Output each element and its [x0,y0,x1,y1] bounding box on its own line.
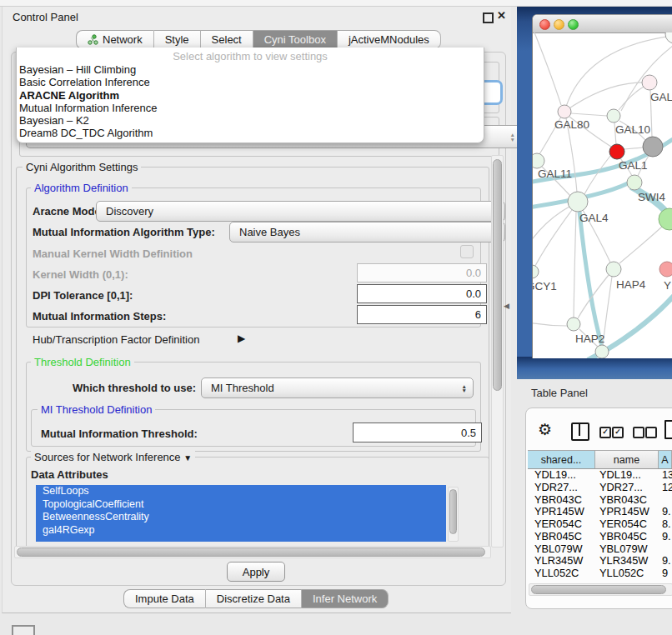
network-node[interactable] [643,137,663,157]
attribute-item[interactable]: SelfLoops [36,485,446,498]
network-node[interactable] [627,175,642,190]
attributes-scrollbar[interactable] [448,487,459,542]
algorithm-option[interactable]: Mutual Information Inference [19,102,157,114]
network-edge [624,148,644,149]
tab-select[interactable]: Select [201,30,253,49]
aracne-mode-combo[interactable]: Discovery ▲▼ [96,201,505,222]
network-node[interactable] [609,144,624,159]
settings-hscrollbar[interactable] [14,546,491,558]
mi-type-label: Mutual Information Algorithm Type: [33,226,215,238]
cell: 9. [659,554,672,567]
table-row[interactable]: YBL079WYBL079W [528,542,672,555]
close-window-icon[interactable] [539,19,550,30]
checked-box-icon[interactable]: ✓ [599,427,611,438]
splitter-collapse-icon[interactable]: ◀ [504,302,509,310]
collapse-down-icon[interactable]: ▼ [183,453,192,462]
tab-discretize-data[interactable]: Discretize Data [206,589,302,608]
network-node[interactable] [568,192,588,212]
node-label: GAL7 [650,91,672,103]
network-node[interactable] [606,262,621,277]
mi-type-combo[interactable]: Naive Bayes ▲▼ [229,222,505,242]
network-node[interactable] [567,318,580,331]
hub-definition-label[interactable]: Hub/Transcription Factor Definition [33,333,199,346]
spinner-arrows-icon: ▲▼ [462,383,467,392]
mi-steps-field[interactable]: 6 [357,305,487,324]
cell: YLR345W [528,554,595,567]
table-row[interactable]: YBR045CYBR045C9. [528,530,672,542]
threshold-definition-title: Threshold Definition [31,356,134,368]
network-node[interactable] [533,265,539,278]
algorithm-option[interactable]: Bayesian – K2 [19,114,157,127]
network-window-titlebar[interactable] [533,15,672,33]
attribute-item[interactable]: gal4RGexp [36,524,446,538]
column-header-partial[interactable]: A [659,451,672,468]
manual-kernel-checkbox[interactable] [460,245,474,258]
algorithm-option[interactable]: Bayesian – Hill Climbing [19,63,157,76]
network-node[interactable] [642,75,657,90]
network-node[interactable] [607,109,620,122]
column-header-name[interactable]: name [595,451,659,468]
network-node[interactable] [595,345,609,358]
network-node[interactable] [665,32,672,43]
mi-threshold-field[interactable]: 0.5 [353,422,482,442]
settings-vscrollbar[interactable] [491,155,504,548]
data-attributes-list[interactable]: SelfLoopsTopologicalCoefficientBetweenne… [36,485,446,542]
tab-impute-data[interactable]: Impute Data [123,589,206,608]
kernel-width-field[interactable]: 0.0 [357,263,487,282]
network-node[interactable] [659,262,672,277]
table-row[interactable]: YLR345WYLR345W9. [528,555,672,568]
algorithm-option[interactable]: Dream8 DC_TDC Algorithm [19,127,157,139]
network-node[interactable] [659,208,672,230]
table-hscrollbar[interactable] [529,583,672,596]
checked-box-icon[interactable]: ✓ [612,427,624,438]
dpi-tolerance-field[interactable]: 0.0 [357,284,487,303]
column-header-shared-name[interactable]: shared... [528,451,595,468]
close-icon[interactable]: ✕ [497,9,506,22]
columns-icon[interactable] [571,422,589,441]
tab-jactivemnodules[interactable]: jActiveMNodules [338,30,441,49]
top-strip [0,0,672,7]
sources-title: Sources for Network Inference ▼ [31,451,195,463]
tab-network[interactable]: Network [76,30,154,49]
cell: 13 [659,468,672,481]
table-row[interactable]: YER054CYER054C8. [528,518,672,530]
algorithm-option[interactable]: Basic Correlation Inference [19,76,157,88]
cell: YPR145W [528,505,595,518]
table-row[interactable]: YDR27...YDR27...12 [528,481,672,493]
tab-style[interactable]: Style [154,30,201,49]
table-row[interactable]: YLL052CYLL052C9 [528,567,672,579]
attribute-item[interactable]: BetweennessCentrality [36,511,446,524]
network-canvas[interactable]: GAL7GAL80GAL10GAL1GAL11SWI4GAL4GCY1HAP4Y… [533,32,672,358]
cell: YLR345W [595,554,659,567]
tab-label: jActiveMNodules [349,33,429,46]
unchecked-box-icon[interactable] [645,427,657,438]
zoom-window-icon[interactable] [568,19,579,30]
table-row[interactable]: YPR145WYPR145W9. [528,505,672,518]
screen: Control Panel ✕ Network Style Select Cyn… [0,0,672,635]
tab-label: Select [212,33,242,46]
apply-button[interactable]: Apply [227,562,285,582]
attribute-item[interactable]: TopologicalCoefficient [36,498,446,512]
network-edge [571,113,607,116]
node-label: SWI4 [638,191,665,203]
network-node[interactable] [533,153,544,168]
gear-icon[interactable]: ⚙ [538,420,552,439]
network-node[interactable] [558,105,571,118]
cell: YBL079W [528,542,595,555]
unchecked-box-icon[interactable] [633,427,644,438]
network-window: GAL7GAL80GAL10GAL1GAL11SWI4GAL4GCY1HAP4Y… [532,14,672,358]
expand-right-icon[interactable]: ▶ [238,332,245,344]
manual-kernel-label: Manual Kernel Width Definition [33,248,193,260]
table-row[interactable]: YDL19...YDL19...13 [528,468,672,481]
minimize-window-icon[interactable] [554,19,564,30]
tab-infer-network[interactable]: Infer Network [302,589,389,608]
which-threshold-combo[interactable]: MI Threshold ▲▼ [201,378,474,398]
cell: 8. [659,518,672,530]
cell: YDL19... [595,468,659,481]
algorithm-option[interactable]: ARACNE Algorithm [19,89,157,102]
document-icon[interactable] [664,420,672,439]
tab-cyni-toolbox[interactable]: Cyni Toolbox [253,30,338,49]
minimized-panel-icon[interactable] [12,625,35,635]
table-row[interactable]: YBR043CYBR043C [528,493,672,506]
float-window-icon[interactable] [483,12,494,23]
